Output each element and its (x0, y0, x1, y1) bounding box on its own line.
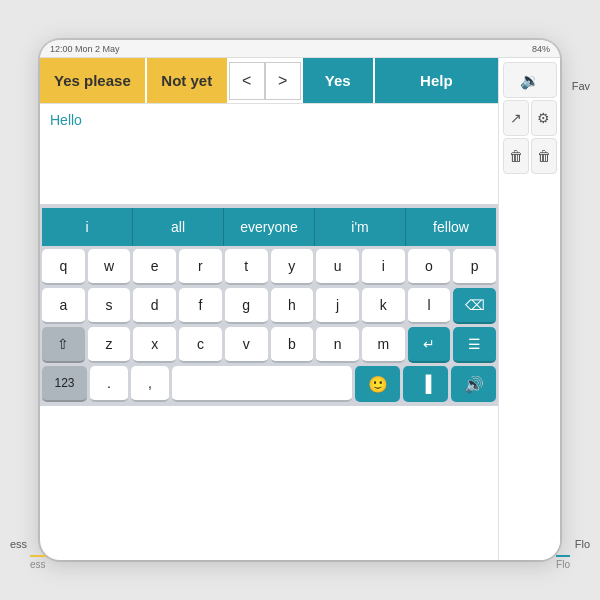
sidebar-row-2: ↗ ⚙ (503, 100, 557, 136)
key-u[interactable]: u (316, 249, 359, 285)
key-x[interactable]: x (133, 327, 176, 363)
suggestion-all[interactable]: all (133, 208, 224, 246)
yes-please-button[interactable]: Yes please (40, 58, 145, 103)
key-menu[interactable]: ☰ (453, 327, 496, 363)
trash1-icon: 🗑 (509, 148, 523, 164)
key-l[interactable]: l (408, 288, 451, 324)
prev-button[interactable]: < (229, 62, 265, 100)
outer-wrapper: Fav Flo ess 12:00 Mon 2 May 84% Yes plea… (10, 20, 590, 580)
status-time: 12:00 Mon 2 May (50, 44, 120, 54)
suggestion-im[interactable]: i'm (315, 208, 406, 246)
help-button[interactable]: Help (375, 58, 498, 103)
key-m[interactable]: m (362, 327, 405, 363)
key-return[interactable]: ↵ (408, 327, 451, 363)
main-area: Yes please Not yet < > Yes Help Hello (40, 58, 560, 560)
sidebar-expand-btn[interactable]: ↗ (503, 100, 529, 136)
not-yet-button[interactable]: Not yet (147, 58, 227, 103)
right-sidebar: 🔉 ↗ ⚙ 🗑 🗑 (498, 58, 560, 560)
key-t[interactable]: t (225, 249, 268, 285)
key-b[interactable]: b (271, 327, 314, 363)
key-w[interactable]: w (88, 249, 131, 285)
bottom-label-left: ess (30, 555, 46, 570)
key-r[interactable]: r (179, 249, 222, 285)
key-volume[interactable]: 🔊 (451, 366, 496, 402)
key-i[interactable]: i (362, 249, 405, 285)
key-f[interactable]: f (179, 288, 222, 324)
key-z[interactable]: z (88, 327, 131, 363)
key-j[interactable]: j (316, 288, 359, 324)
key-row-bottom: 123 . , 🙂 ▐ 🔊 (42, 366, 496, 402)
key-g[interactable]: g (225, 288, 268, 324)
key-row-3: ⇧ z x c v b n m ↵ ☰ (42, 327, 496, 363)
key-e[interactable]: e (133, 249, 176, 285)
suggestions-row: i all everyone i'm fellow (42, 208, 496, 246)
key-mic[interactable]: ▐ (403, 366, 448, 402)
key-comma[interactable]: , (131, 366, 169, 402)
key-h[interactable]: h (271, 288, 314, 324)
text-display: Hello (40, 104, 498, 204)
key-numbers[interactable]: 123 (42, 366, 87, 402)
sidebar-settings-btn[interactable]: ⚙ (531, 100, 557, 136)
nav-arrows: < > (229, 58, 301, 103)
key-c[interactable]: c (179, 327, 222, 363)
sidebar-trash2-btn[interactable]: 🗑 (531, 138, 557, 174)
key-n[interactable]: n (316, 327, 359, 363)
yes-button[interactable]: Yes (303, 58, 373, 103)
sidebar-row-3: 🗑 🗑 (503, 138, 557, 174)
status-bar: 12:00 Mon 2 May 84% (40, 40, 560, 58)
keyboard-area: i all everyone i'm fellow q w e r t y (40, 204, 498, 406)
display-text: Hello (50, 112, 82, 128)
key-o[interactable]: o (408, 249, 451, 285)
key-emoji[interactable]: 🙂 (355, 366, 400, 402)
key-s[interactable]: s (88, 288, 131, 324)
bottom-label-right: Flo (556, 555, 570, 570)
key-space[interactable] (172, 366, 352, 402)
next-button[interactable]: > (265, 62, 301, 100)
key-row-1: q w e r t y u i o p (42, 249, 496, 285)
key-q[interactable]: q (42, 249, 85, 285)
suggestion-i[interactable]: i (42, 208, 133, 246)
tablet-frame: 12:00 Mon 2 May 84% Yes please Not yet <… (40, 40, 560, 560)
key-k[interactable]: k (362, 288, 405, 324)
trash2-icon: 🗑 (537, 148, 551, 164)
key-p[interactable]: p (453, 249, 496, 285)
side-label-flo: Flo (575, 538, 590, 550)
volume-icon: 🔉 (520, 71, 540, 90)
key-y[interactable]: y (271, 249, 314, 285)
bottom-labels: ess Flo (10, 555, 590, 570)
suggestion-fellow[interactable]: fellow (406, 208, 496, 246)
left-content: Yes please Not yet < > Yes Help Hello (40, 58, 498, 560)
side-label-fav: Fav (572, 80, 590, 92)
key-backspace[interactable]: ⌫ (453, 288, 496, 324)
sidebar-trash1-btn[interactable]: 🗑 (503, 138, 529, 174)
key-a[interactable]: a (42, 288, 85, 324)
sidebar-volume-btn[interactable]: 🔉 (503, 62, 557, 98)
key-period[interactable]: . (90, 366, 128, 402)
key-row-2: a s d f g h j k l ⌫ (42, 288, 496, 324)
toolbar: Yes please Not yet < > Yes Help (40, 58, 498, 104)
expand-icon: ↗ (510, 110, 522, 126)
key-d[interactable]: d (133, 288, 176, 324)
suggestion-everyone[interactable]: everyone (224, 208, 315, 246)
key-shift[interactable]: ⇧ (42, 327, 85, 363)
status-battery: 84% (532, 44, 550, 54)
settings-icon: ⚙ (537, 110, 550, 126)
key-v[interactable]: v (225, 327, 268, 363)
side-label-ess: ess (10, 538, 27, 550)
